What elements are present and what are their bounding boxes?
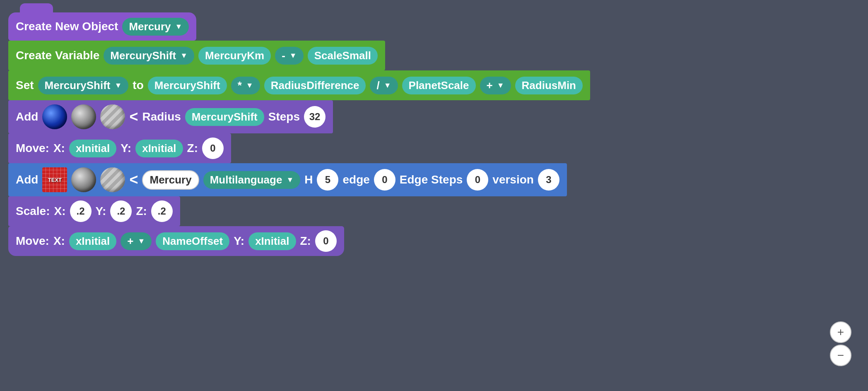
zoom-in-button[interactable]: + [830, 321, 851, 343]
add-label-2: Add [16, 173, 38, 186]
z-val-badge-2[interactable]: 0 [315, 230, 337, 252]
multiply-op[interactable]: * ▼ [231, 77, 260, 94]
z-label-1: Z: [187, 142, 198, 155]
divide-op[interactable]: / ▼ [370, 77, 398, 94]
y-initial-pill-1[interactable]: xInitial [135, 140, 183, 157]
add-label-1: Add [16, 110, 38, 123]
steps-label-1: Steps [268, 110, 300, 123]
version-label: version [492, 173, 534, 186]
planetscale-pill[interactable]: PlanetScale [402, 77, 476, 94]
y-label-scale: Y: [96, 205, 106, 218]
x-label-scale: X: [54, 205, 66, 218]
minus-operator[interactable]: - ▼ [275, 47, 304, 65]
block-scale: Scale: X: .2 Y: .2 Z: .2 [8, 196, 180, 226]
mercuryshift-arrow: ▼ [180, 51, 188, 60]
blocks-workspace: Create New Object Mercury ▼ Create Varia… [8, 12, 590, 256]
block-set: Set MercuryShift ▼ to MercuryShift * ▼ R… [8, 70, 590, 100]
x-label-2: X: [53, 234, 65, 248]
lt-symbol-1: < [129, 108, 138, 126]
h-val-badge[interactable]: 5 [317, 169, 338, 191]
radiusdifference-pill[interactable]: RadiusDifference [264, 77, 366, 94]
mercuryshift-var-pill[interactable]: MercuryShift [185, 108, 264, 126]
mercury-dropdown-arrow: ▼ [175, 22, 183, 31]
version-val-badge[interactable]: 3 [538, 169, 559, 191]
mesh-icon[interactable]: TEXT [42, 167, 67, 192]
edge-steps-label: Edge Steps [400, 173, 463, 186]
z-label-2: Z: [300, 234, 311, 248]
block-move-2: Move: X: xInitial + ▼ NameOffset Y: xIni… [8, 226, 344, 256]
zoom-out-button[interactable]: − [830, 345, 851, 366]
move-label-2: Move: [16, 234, 49, 248]
blue-sphere-icon[interactable] [42, 104, 67, 129]
edge-label: edge [342, 173, 369, 186]
move-label-1: Move: [16, 142, 49, 155]
striped-sphere-icon-2[interactable] [100, 167, 125, 192]
h-label: H [304, 173, 313, 186]
radius-label: Radius [142, 110, 181, 123]
block-add-mesh: Add TEXT < Mercury Multilanguage ▼ H 5 e… [8, 163, 567, 196]
radiusmin-pill[interactable]: RadiusMin [515, 77, 583, 94]
y-initial-pill-2[interactable]: xInitial [248, 232, 296, 250]
striped-sphere-icon[interactable] [100, 104, 125, 129]
x-initial-pill-2[interactable]: xInitial [69, 232, 116, 250]
mercuryshift-dropdown[interactable]: MercuryShift ▼ [104, 47, 194, 65]
to-label: to [133, 79, 143, 92]
set-label: Set [16, 79, 34, 92]
plus-dropdown-2[interactable]: + ▼ [121, 232, 152, 250]
mercury-pill-white[interactable]: Mercury [142, 170, 199, 190]
nameoffset-pill[interactable]: NameOffset [156, 232, 229, 250]
y-label-2: Y: [234, 234, 244, 248]
x-initial-pill-1[interactable]: xInitial [69, 140, 116, 157]
plus-op[interactable]: + ▼ [480, 77, 511, 94]
edge-val-badge[interactable]: 0 [374, 169, 395, 191]
multilanguage-dropdown[interactable]: Multilanguage ▼ [203, 171, 301, 189]
block-create-object: Create New Object Mercury ▼ [8, 12, 196, 41]
block-add-sphere: Add < Radius MercuryShift Steps 32 [8, 100, 333, 133]
z-scale-badge[interactable]: .2 [151, 200, 173, 222]
y-label-1: Y: [121, 142, 131, 155]
create-var-label: Create Variable [16, 49, 99, 62]
x-scale-badge[interactable]: .2 [70, 200, 92, 222]
scale-label: Scale: [16, 205, 50, 218]
block-create-variable: Create Variable MercuryShift ▼ MercuryKm… [8, 41, 385, 70]
create-object-label: Create New Object [16, 20, 118, 33]
block-move-1: Move: X: xInitial Y: xInitial Z: 0 [8, 133, 231, 163]
scalesmall-pill[interactable]: ScaleSmall [308, 47, 378, 65]
set-mercuryshift-dropdown[interactable]: MercuryShift ▼ [38, 77, 129, 94]
steps-value-badge[interactable]: 32 [304, 106, 326, 128]
mercuryshift-val[interactable]: MercuryShift [148, 77, 227, 94]
mercurykm-pill[interactable]: MercuryKm [198, 47, 271, 65]
z-label-scale: Z: [136, 205, 147, 218]
z-val-badge-1[interactable]: 0 [202, 138, 224, 159]
mercury-dropdown[interactable]: Mercury ▼ [122, 18, 189, 36]
zoom-controls: + − [830, 321, 851, 366]
y-scale-badge[interactable]: .2 [110, 200, 132, 222]
gray-sphere-icon-2[interactable] [71, 167, 96, 192]
gray-sphere-icon[interactable] [71, 104, 96, 129]
edge-steps-val-badge[interactable]: 0 [467, 169, 488, 191]
lt-symbol-2: < [129, 171, 138, 188]
x-label-1: X: [53, 142, 65, 155]
